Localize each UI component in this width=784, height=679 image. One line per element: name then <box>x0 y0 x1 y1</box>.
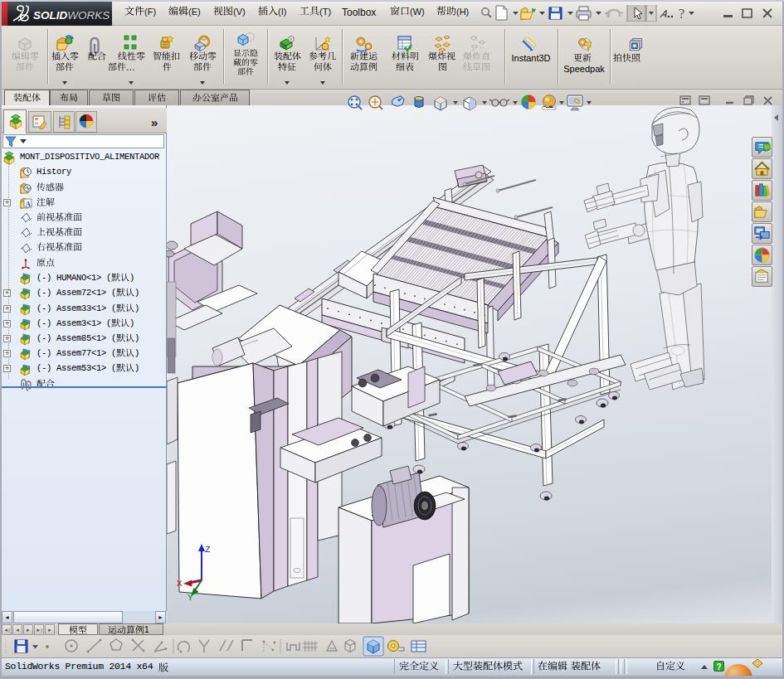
svg-text:Y: Y <box>187 593 193 603</box>
svg-text:Z: Z <box>205 545 211 555</box>
svg-text:SOLIDWORKS: SOLIDWORKS <box>33 9 110 22</box>
svg-text:A: A <box>26 199 32 207</box>
svg-text:X: X <box>177 579 183 589</box>
svg-text:𝐴: 𝐴 <box>660 8 667 20</box>
svg-text:?: ? <box>679 7 684 21</box>
